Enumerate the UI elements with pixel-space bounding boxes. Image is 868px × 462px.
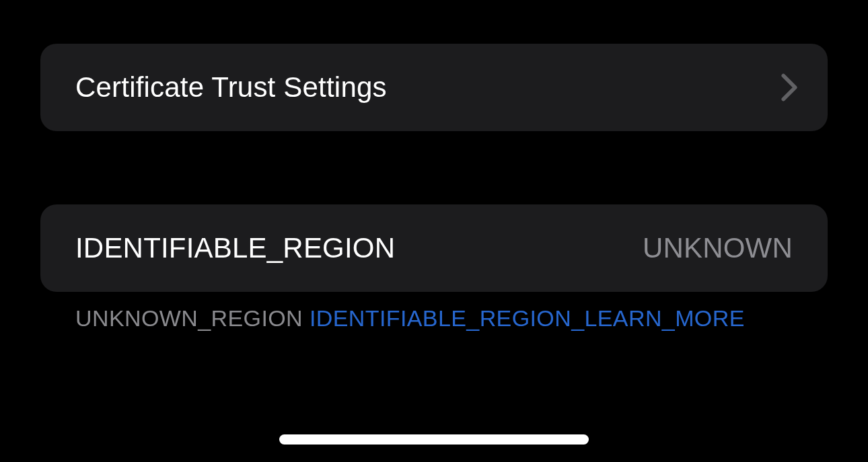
region-learn-more-link[interactable]: IDENTIFIABLE_REGION_LEARN_MORE (310, 305, 745, 331)
region-footer-text: UNKNOWN_REGION IDENTIFIABLE_REGION_LEARN… (40, 292, 828, 332)
certificate-trust-settings-label: Certificate Trust Settings (75, 71, 387, 104)
settings-list: Certificate Trust Settings IDENTIFIABLE_… (0, 0, 868, 332)
chevron-right-icon (781, 73, 798, 102)
certificate-trust-settings-row[interactable]: Certificate Trust Settings (40, 44, 828, 131)
home-indicator[interactable] (279, 434, 589, 445)
identifiable-region-row: IDENTIFIABLE_REGION UNKNOWN (40, 204, 828, 292)
group-separator (40, 131, 828, 204)
identifiable-region-label: IDENTIFIABLE_REGION (75, 232, 395, 264)
region-footer-plain: UNKNOWN_REGION (75, 305, 310, 331)
identifiable-region-value: UNKNOWN (643, 232, 793, 264)
